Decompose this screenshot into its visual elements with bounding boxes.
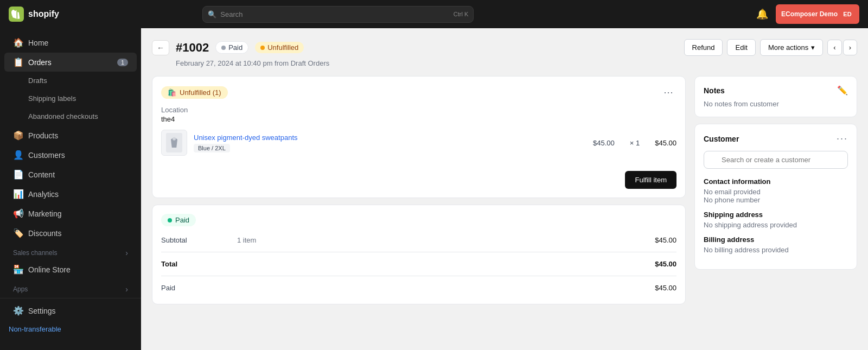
unfulfilled-status-badge: Unfulfilled [255,42,304,53]
sidebar-item-home[interactable]: 🏠 Home [4,33,137,52]
payment-card-header: Paid [161,214,676,226]
order-sidebar: Notes ✏️ No notes from customer Customer… [694,76,857,304]
order-number: #1002 [176,41,209,55]
order-date: February 27, 2024 at 10:40 pm from Draft… [176,59,857,67]
orders-badge: 1 [117,59,128,66]
sales-channels-expand-icon[interactable]: › [125,249,128,257]
total-amount: $45.00 [655,260,676,268]
contact-info-section: Contact information No email provided No… [704,177,848,204]
main-layout: 🏠 Home 📋 Orders 1 Drafts Shipping labels… [0,28,868,350]
edit-button[interactable]: Edit [727,39,755,56]
prev-order-button[interactable]: ‹ [827,40,841,55]
order-actions: Refund Edit More actions ▾ ‹ › [684,39,857,56]
total-row: Total $45.00 [161,257,676,271]
no-phone: No phone number [704,196,848,204]
analytics-icon: 📊 [13,189,23,199]
sales-channels-label: Sales channels [13,249,57,257]
logo: shopify [9,7,59,22]
product-name[interactable]: Unisex pigment-dyed sweatpants [194,133,586,142]
sidebar-item-shipping-labels[interactable]: Shipping labels [4,90,137,107]
topbar: shopify 🔍 Ctrl K 🔔 EComposer Demo ED [0,0,868,28]
shipping-section: Shipping address No shipping address pro… [704,211,848,229]
fulfill-item-button[interactable]: Fulfill item [625,171,676,189]
apps-expand-icon[interactable]: › [125,285,128,294]
sidebar-item-orders[interactable]: 📋 Orders 1 [4,53,137,72]
customer-title: Customer [704,135,739,143]
online-store-icon: 🏪 [13,264,23,275]
sidebar-item-discounts[interactable]: 🏷️ Discounts [4,224,137,243]
more-actions-label: More actions [768,43,808,52]
more-actions-button[interactable]: More actions ▾ [760,39,823,56]
account-button[interactable]: EComposer Demo ED [776,4,859,24]
notes-title: Notes [704,86,725,95]
sidebar-item-abandoned-checkouts[interactable]: Abandoned checkouts [4,108,137,125]
sidebar-bottom: ⚙️ Settings Non-transferable [0,298,141,338]
sidebar-item-analytics[interactable]: 📊 Analytics [4,184,137,203]
search-bar: 🔍 Ctrl K [202,6,474,23]
paid-badge: Paid [161,214,196,226]
location-value: the4 [161,115,676,123]
unfulfilled-card: 🛍️ Unfulfilled (1) ⋯ Location the4 [152,76,686,198]
qty-value: 1 [636,139,640,147]
marketing-icon: 📢 [13,208,23,219]
subtotal-sub-label: 1 item [237,236,655,244]
unfulfilled-card-header: 🛍️ Unfulfilled (1) ⋯ [161,85,676,99]
payment-divider [161,252,676,252]
sidebar-item-content[interactable]: 📄 Content [4,165,137,184]
notification-bell[interactable]: 🔔 [754,6,770,22]
unfulfilled-more-button[interactable]: ⋯ [660,85,676,99]
sidebar-item-marketing[interactable]: 📢 Marketing [4,204,137,223]
account-name: EComposer Demo [781,10,838,18]
notes-empty: No notes from customer [704,100,848,108]
customer-search-wrap: 🔍 [704,151,848,169]
product-row: Unisex pigment-dyed sweatpants Blue / 2X… [161,130,676,156]
paid-row-amount: $45.00 [655,284,676,292]
paid-row: Paid $45.00 [161,281,676,295]
product-info: Unisex pigment-dyed sweatpants Blue / 2X… [194,133,586,152]
no-shipping: No shipping address provided [704,221,848,229]
customer-card: Customer ··· 🔍 Contact information No em… [694,124,857,270]
content-icon: 📄 [13,169,23,180]
sidebar-item-label: Content [28,170,55,179]
account-avatar: ED [841,8,854,21]
sidebar-item-drafts[interactable]: Drafts [4,72,137,90]
contact-info-title: Contact information [704,177,848,186]
order-content: 🛍️ Unfulfilled (1) ⋯ Location the4 [152,76,857,304]
subtotal-label: Subtotal [161,236,237,244]
paid-status-badge: Paid [215,41,248,54]
chevron-down-icon: ▾ [811,43,815,52]
paid-green-dot [168,218,172,222]
next-order-button[interactable]: › [843,40,857,55]
qty-symbol: × [630,139,634,147]
paid-row-label: Paid [161,284,237,292]
edit-notes-icon[interactable]: ✏️ [837,85,848,96]
back-button[interactable]: ← [152,40,169,55]
fire-icon: 🛍️ [168,88,176,97]
paid-dot [221,46,226,50]
search-icon: 🔍 [208,10,216,18]
sidebar-item-customers[interactable]: 👤 Customers [4,145,137,164]
sidebar-item-products[interactable]: 📦 Products [4,126,137,145]
product-variant: Blue / 2XL [194,144,230,152]
customer-search-input[interactable] [704,151,848,169]
payment-divider-2 [161,276,676,276]
sidebar-item-label: Online Store [28,265,71,274]
sidebar-item-label: Analytics [28,190,59,199]
discounts-icon: 🏷️ [13,228,23,238]
sidebar-item-label: Home [28,39,48,47]
sidebar-item-label: Discounts [28,229,61,238]
no-billing: No billing address provided [704,246,848,254]
sidebar-item-label: Marketing [28,209,61,218]
customers-icon: 👤 [13,150,23,160]
products-icon: 📦 [13,130,23,141]
sidebar-item-settings[interactable]: ⚙️ Settings [4,301,137,320]
customer-header: Customer ··· [704,133,848,144]
product-qty: × 1 [630,139,640,147]
orders-icon: 📋 [13,57,23,67]
apps-label: Apps [13,285,28,293]
customer-more-icon[interactable]: ··· [837,133,848,144]
search-input[interactable] [202,6,474,23]
sidebar-item-online-store[interactable]: 🏪 Online Store [4,260,137,279]
refund-button[interactable]: Refund [684,39,723,56]
sidebar-item-label: Products [28,131,58,140]
